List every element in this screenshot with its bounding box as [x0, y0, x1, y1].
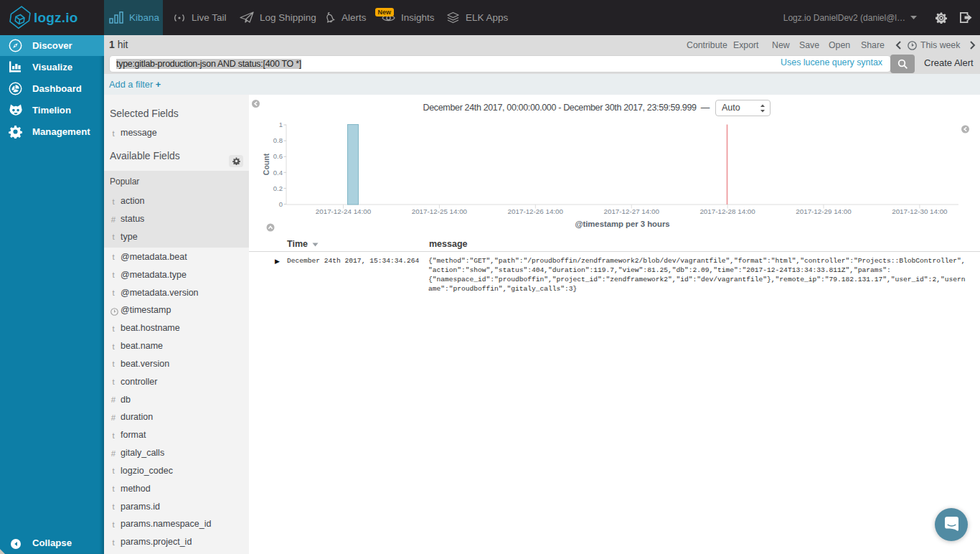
- svg-text:0.6: 0.6: [273, 152, 283, 160]
- svg-text:2017-12-24 14:00: 2017-12-24 14:00: [316, 207, 372, 215]
- svg-text:2017-12-28 14:00: 2017-12-28 14:00: [699, 207, 755, 215]
- svg-text:0: 0: [279, 200, 283, 208]
- svg-text:2017-12-26 14:00: 2017-12-26 14:00: [508, 207, 564, 215]
- svg-text:2017-12-29 14:00: 2017-12-29 14:00: [796, 207, 852, 215]
- svg-text:0.2: 0.2: [273, 184, 283, 192]
- svg-text:0.4: 0.4: [273, 169, 283, 177]
- svg-text:1: 1: [279, 121, 283, 128]
- svg-text:2017-12-30 14:00: 2017-12-30 14:00: [892, 207, 948, 215]
- svg-text:2017-12-27 14:00: 2017-12-27 14:00: [604, 207, 660, 215]
- svg-text:@timestamp per 3 hours: @timestamp per 3 hours: [575, 220, 669, 228]
- svg-text:Count: Count: [262, 153, 270, 175]
- svg-text:2017-12-25 14:00: 2017-12-25 14:00: [412, 207, 468, 215]
- svg-text:0.8: 0.8: [273, 136, 283, 144]
